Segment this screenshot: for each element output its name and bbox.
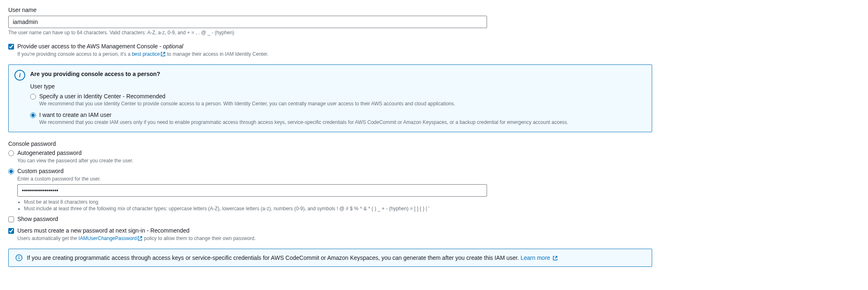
usertype-iam-user-label: I want to create an IAM user	[39, 112, 111, 118]
external-link-icon	[553, 256, 558, 261]
console-access-label: Provide user access to the AWS Managemen…	[17, 43, 183, 50]
show-password-label: Show password	[17, 216, 58, 222]
custom-password-input[interactable]	[17, 184, 487, 197]
user-type-info-box: i Are you providing console access to a …	[8, 64, 652, 132]
username-field-group: User name The user name can have up to 6…	[8, 7, 860, 36]
usertype-identity-center-label: Specify a user in Identity Center - Reco…	[39, 93, 166, 100]
username-hint: The user name can have up to 64 characte…	[8, 30, 860, 36]
programmatic-access-info-text: If you are creating programmatic access …	[27, 254, 558, 261]
external-link-icon	[137, 236, 142, 241]
must-change-password-group: Users must create a new password at next…	[8, 227, 860, 241]
console-access-hint: If you're providing console access to a …	[17, 51, 860, 57]
username-input[interactable]	[8, 16, 487, 28]
usertype-identity-center-radio[interactable]	[30, 94, 36, 100]
must-change-password-checkbox[interactable]	[8, 228, 14, 234]
console-password-heading: Console password	[8, 140, 860, 147]
show-password-checkbox[interactable]	[8, 216, 14, 222]
autogenerated-password-label: Autogenerated password	[17, 150, 82, 156]
console-access-checkbox[interactable]	[8, 44, 14, 50]
autogenerated-password-desc: You can view the password after you crea…	[17, 158, 860, 164]
learn-more-link[interactable]: Learn more	[520, 254, 557, 261]
password-requirements-list: Must be at least 8 characters long Must …	[24, 199, 860, 212]
info-box-subtitle: User type	[30, 83, 644, 90]
username-label: User name	[8, 7, 860, 13]
password-req-item: Must be at least 8 characters long	[24, 199, 860, 205]
password-req-item: Must include at least three of the follo…	[24, 206, 860, 212]
external-link-icon	[161, 52, 166, 57]
iam-change-password-policy-link[interactable]: IAMUserChangePassword	[78, 235, 142, 241]
info-box-title: Are you providing console access to a pe…	[30, 71, 160, 77]
info-icon: i	[14, 70, 25, 81]
custom-password-desc: Enter a custom password for the user.	[17, 176, 860, 182]
usertype-iam-user-radio[interactable]	[30, 112, 36, 118]
console-password-section: Console password Autogenerated password …	[8, 140, 860, 222]
custom-password-radio[interactable]	[8, 169, 14, 174]
best-practice-link[interactable]: best practice	[132, 51, 166, 57]
info-icon	[15, 254, 23, 261]
must-change-password-hint: Users automatically get the IAMUserChang…	[17, 235, 860, 241]
console-access-group: Provide user access to the AWS Managemen…	[8, 43, 860, 57]
programmatic-access-info-box: If you are creating programmatic access …	[8, 249, 652, 267]
svg-point-2	[19, 256, 19, 257]
custom-password-label: Custom password	[17, 168, 64, 174]
usertype-iam-user-desc: We recommend that you create IAM users o…	[39, 119, 644, 125]
usertype-identity-center-desc: We recommend that you use Identity Cente…	[39, 101, 644, 107]
autogenerated-password-radio[interactable]	[8, 150, 14, 156]
must-change-password-label: Users must create a new password at next…	[17, 227, 189, 234]
